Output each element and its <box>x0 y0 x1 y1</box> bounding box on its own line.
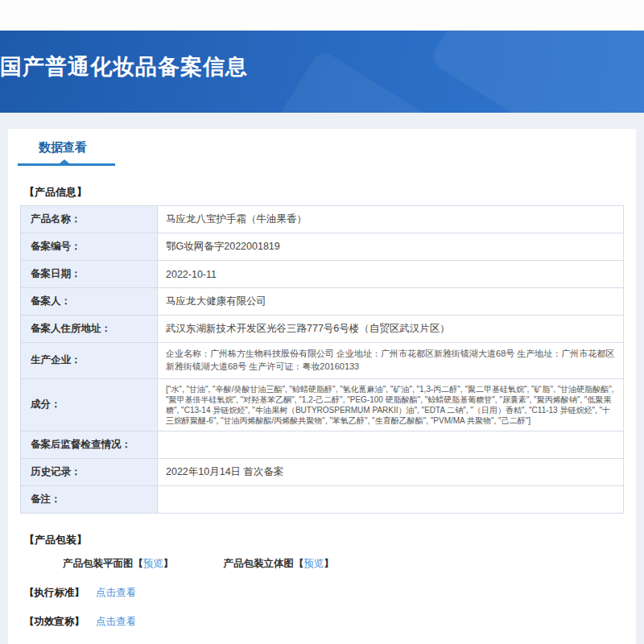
table-row: 备注： <box>21 485 624 513</box>
page-banner: 国产普通化妆品备案信息 <box>0 31 644 113</box>
page-title: 国产普通化妆品备案信息 <box>0 31 644 81</box>
table-row: 备案人住所地址： 武汉东湖新技术开发区光谷三路777号6号楼（自贸区武汉片区） <box>21 316 624 343</box>
row-label-registration-date: 备案日期： <box>21 261 158 288</box>
execution-standard-row: 【执行标准】点击查看 <box>24 586 636 600</box>
row-label-producer: 生产企业： <box>21 343 158 379</box>
bracket-open: 【 <box>294 558 304 569</box>
execution-standard-view-link[interactable]: 点击查看 <box>96 587 136 598</box>
row-value-registrant: 马应龙大健康有限公司 <box>158 288 624 316</box>
row-label-registrant-address: 备案人住所地址： <box>21 316 158 343</box>
row-value-registration-number: 鄂G妆网备字2022001819 <box>158 233 624 261</box>
product-info-table: 产品名称： 马应龙八宝护手霜（牛油果香） 备案编号： 鄂G妆网备字2022001… <box>20 205 624 514</box>
row-value-registrant-address: 武汉东湖新技术开发区光谷三路777号6号楼（自贸区武汉片区） <box>158 316 624 343</box>
bracket-close: 】 <box>163 558 174 569</box>
table-row: 产品名称： 马应龙八宝护手霜（牛油果香） <box>21 206 624 233</box>
row-value-history: 2022年10月14日 首次备案 <box>158 458 624 485</box>
section-efficacy-claim: 【功效宣称】 <box>24 616 85 627</box>
packaging-flat-item: 产品包装平面图【预览】 <box>63 557 174 571</box>
efficacy-claim-row: 【功效宣称】点击查看 <box>24 615 636 629</box>
row-value-remark <box>158 485 624 513</box>
main-wrapper: 数据查看 【产品信息】 产品名称： 马应龙八宝护手霜（牛油果香） 备案编号： 鄂… <box>0 113 644 644</box>
table-row: 生产企业： 企业名称：广州栋方生物科技股份有限公司 企业地址：广州市花都区新雅街… <box>21 343 624 379</box>
row-label-supervision-check: 备案后监督检查情况： <box>21 431 158 458</box>
packaging-flat-label: 产品包装平面图 <box>63 558 134 569</box>
table-row: 备案日期： 2022-10-11 <box>21 261 624 288</box>
row-value-ingredients: ["水", "甘油", "辛酸/癸酸甘油三酯", "鲸蜡硬脂醇", "氢化蓖麻油… <box>158 378 624 431</box>
section-product-info: 【产品信息】 <box>24 185 636 200</box>
packaging-line: 产品包装平面图【预览】 产品包装立体图【预览】 <box>63 557 636 571</box>
row-value-product-name: 马应龙八宝护手霜（牛油果香） <box>158 206 624 233</box>
packaging-stereo-label: 产品包装立体图 <box>224 558 295 569</box>
packaging-flat-preview-link[interactable]: 预览 <box>143 558 163 569</box>
top-strip <box>0 0 644 31</box>
bracket-close: 】 <box>324 558 335 569</box>
row-value-registration-date: 2022-10-11 <box>158 261 624 288</box>
row-label-remark: 备注： <box>21 485 158 513</box>
tab-bar: 数据查看 <box>8 129 636 166</box>
section-product-packaging: 【产品包装】 <box>24 533 636 547</box>
row-label-registrant: 备案人： <box>21 288 158 316</box>
bracket-open: 【 <box>134 558 144 569</box>
row-label-history: 历史记录： <box>21 458 158 485</box>
row-value-producer: 企业名称：广州栋方生物科技股份有限公司 企业地址：广州市花都区新雅街镜湖大道68… <box>158 343 624 379</box>
table-row: 历史记录： 2022年10月14日 首次备案 <box>21 458 624 485</box>
row-label-product-name: 产品名称： <box>21 206 158 233</box>
tab-active-underline <box>18 163 115 166</box>
row-label-registration-number: 备案编号： <box>21 233 158 261</box>
table-row: 成分： ["水", "甘油", "辛酸/癸酸甘油三酯", "鲸蜡硬脂醇", "氢… <box>21 378 624 431</box>
table-row: 备案后监督检查情况： <box>21 431 624 458</box>
row-value-supervision-check <box>158 431 624 458</box>
tab-data-view[interactable]: 数据查看 <box>39 140 87 155</box>
content-card: 数据查看 【产品信息】 产品名称： 马应龙八宝护手霜（牛油果香） 备案编号： 鄂… <box>8 129 636 644</box>
section-execution-standard: 【执行标准】 <box>24 587 85 598</box>
table-row: 备案人： 马应龙大健康有限公司 <box>21 288 624 316</box>
efficacy-claim-view-link[interactable]: 点击查看 <box>96 616 136 627</box>
table-row: 备案编号： 鄂G妆网备字2022001819 <box>21 233 624 261</box>
packaging-stereo-preview-link[interactable]: 预览 <box>304 558 324 569</box>
packaging-stereo-item: 产品包装立体图【预览】 <box>224 557 335 571</box>
row-label-ingredients: 成分： <box>21 378 158 431</box>
